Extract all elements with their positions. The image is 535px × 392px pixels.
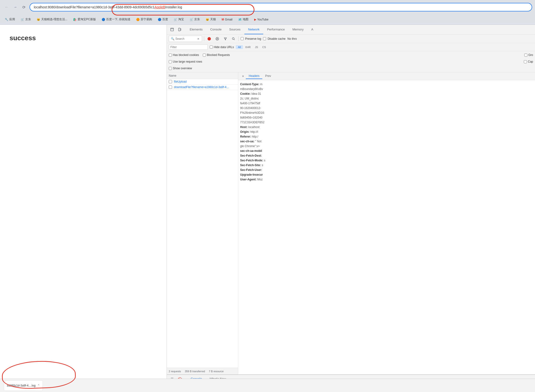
type-xhr-button[interactable]: XHR xyxy=(243,45,253,49)
tab-network[interactable]: Network xyxy=(244,25,263,34)
options-row-2: Use large request rows Cap xyxy=(169,58,533,65)
type-js-button[interactable]: JS xyxy=(253,45,260,49)
record-button[interactable] xyxy=(206,36,212,42)
headers-panel-close-button[interactable]: × xyxy=(240,73,246,79)
bookmark-maps-label: 地图 xyxy=(243,17,248,21)
search-network-button[interactable] xyxy=(230,36,237,42)
disable-cache-checkbox[interactable] xyxy=(263,37,266,40)
use-large-rows-checkbox[interactable] xyxy=(169,60,172,63)
show-overview-checkbox[interactable] xyxy=(169,67,172,70)
bookmark-gmail[interactable]: MGmail xyxy=(220,17,234,22)
devtools-tabs: Elements Console Sources Network Perform… xyxy=(167,25,535,34)
bookmark-baidu2[interactable]: 🔵百度 xyxy=(156,16,170,22)
record-circle-icon xyxy=(208,37,211,40)
download-chevron-icon[interactable]: ⌃ xyxy=(37,384,40,387)
header-row-user-agent: User-Agent: Moz xyxy=(240,177,533,182)
has-blocked-cookies-checkbox[interactable] xyxy=(169,54,172,57)
type-all-button[interactable]: All xyxy=(236,45,243,49)
hide-data-urls-checkbox[interactable] xyxy=(210,45,213,49)
devtools-panel: Elements Console Sources Network Perform… xyxy=(167,25,535,392)
back-button[interactable]: ← xyxy=(3,3,10,11)
cap-checkbox[interactable] xyxy=(524,60,527,63)
filter-button[interactable] xyxy=(222,36,228,42)
type-css-button[interactable]: CS xyxy=(260,45,268,49)
header-row-sec-fetch-user: Sec-Fetch-User: xyxy=(240,168,533,172)
bookmark-baidu1[interactable]: 🔵百度一下, 你就知道 xyxy=(100,16,133,22)
bookmarks-bar: 🔧应用 🛒京东 🐱天猫精选-理想生活... 🛍️爱淘宝PC新版 🔵百度一下, 你… xyxy=(0,14,535,25)
download-bar: a1980c1d-3a9f-4....log ⌃ xyxy=(0,379,535,392)
bookmark-jd2[interactable]: 🛒京东 xyxy=(188,16,202,22)
bookmark-taobao-label: 爱淘宝PC新版 xyxy=(78,17,96,21)
bookmark-tmall[interactable]: 🐱天猫精选-理想生活... xyxy=(35,16,69,22)
bookmark-apps[interactable]: 🔧应用 xyxy=(3,16,17,22)
header-row-boundary: mBoundary6KxBv xyxy=(240,87,533,91)
tab-more[interactable]: A xyxy=(307,25,317,34)
nav-arrows: ← → ⟳ xyxy=(3,3,28,11)
bookmark-tmall2[interactable]: 🐱天猫 xyxy=(204,16,218,22)
bookmark-taobao[interactable]: 🛍️爱淘宝PC新版 xyxy=(71,16,98,22)
header-row-cookie-6: 8d69456=162040 xyxy=(240,115,533,120)
request-row-download[interactable]: downloadFile?filename=a1980c1d-3a9f-4... xyxy=(167,84,238,90)
header-row-cookie-5: F%26ntime%3D16: xyxy=(240,111,533,115)
headers-tab-headers[interactable]: Headers xyxy=(246,73,262,79)
forward-button[interactable]: → xyxy=(11,3,19,11)
tab-console[interactable]: Console xyxy=(206,25,225,34)
bookmark-youtube[interactable]: ▶YouTube xyxy=(252,17,270,22)
bookmark-suning[interactable]: 🟠苏宁易购 xyxy=(134,16,154,22)
network-toolbar: 🔍 × Preserve log xyxy=(167,35,535,43)
header-row-sec-fetch-mode: Sec-Fetch-Mode: s xyxy=(240,158,533,163)
address-bar[interactable]: localhost:8080/downloadFile?filename=a19… xyxy=(30,3,532,11)
blocked-requests-option[interactable]: Blocked Requests xyxy=(203,53,230,57)
preserve-log-label[interactable]: Preserve log xyxy=(241,37,261,40)
tab-memory[interactable]: Memory xyxy=(289,25,307,34)
header-row-cookie-2: 2c; UM_distinc xyxy=(240,96,533,101)
url-text: localhost:8080/downloadFile?filename=a19… xyxy=(34,5,182,9)
cap-option[interactable]: Cap xyxy=(524,60,533,63)
headers-tab-prev[interactable]: Prev xyxy=(262,73,274,79)
header-row-sec-fetch-dest: Sec-Fetch-Dest: xyxy=(240,154,533,158)
svg-rect-2 xyxy=(180,29,181,30)
tab-performance[interactable]: Performance xyxy=(263,25,288,34)
devtools-tab-icons xyxy=(169,26,183,33)
preserve-log-checkbox[interactable] xyxy=(241,37,244,40)
blocked-requests-checkbox[interactable] xyxy=(203,54,206,57)
search-icon: 🔍 xyxy=(171,37,174,40)
page-success-text: success xyxy=(10,34,36,42)
use-large-rows-option[interactable]: Use large request rows xyxy=(169,60,202,63)
tab-sources[interactable]: Sources xyxy=(225,25,244,34)
no-throttle-label: No thro xyxy=(287,37,297,40)
disable-cache-label[interactable]: Disable cache xyxy=(263,37,285,40)
requests-header: Name xyxy=(167,72,238,79)
has-blocked-cookies-option[interactable]: Has blocked cookies xyxy=(169,53,199,57)
request-upload-name: fileUpload xyxy=(174,80,236,83)
svg-rect-0 xyxy=(171,28,173,31)
request-download-checkbox[interactable] xyxy=(169,85,172,89)
gro-option[interactable]: Gro xyxy=(524,53,533,57)
network-body: Name fileUpload downloadFile?filename=a1… xyxy=(167,72,535,374)
search-close-button[interactable]: × xyxy=(197,36,200,41)
bookmark-jd1[interactable]: 🛒京东 xyxy=(19,16,33,22)
headers-panel-header: × Headers Prev xyxy=(238,72,535,80)
header-row-cookie: Cookie: Idea-31 xyxy=(240,92,533,96)
header-row-sec-ch-ua-mobile: sec-ch-ua-mobil xyxy=(240,149,533,153)
header-row-cookie-7: 771C33A3DEFB52 xyxy=(240,120,533,124)
gro-checkbox[interactable] xyxy=(524,54,527,57)
header-row-sec-fetch-site: Sec-Fetch-Site: s xyxy=(240,163,533,167)
request-upload-checkbox[interactable] xyxy=(169,80,172,83)
bookmark-taobao2[interactable]: 🛒淘宝 xyxy=(172,16,186,22)
clear-requests-button[interactable] xyxy=(214,36,220,42)
hide-data-urls-label[interactable]: Hide data URLs xyxy=(210,45,234,49)
inspect-element-button[interactable] xyxy=(169,26,175,33)
tab-elements[interactable]: Elements xyxy=(186,25,206,34)
network-status-bar: 2 requests 359 B transferred 7 B resourc… xyxy=(167,368,238,374)
header-row-host: Host: localhost xyxy=(240,125,533,129)
show-overview-option[interactable]: Show overview xyxy=(169,67,192,70)
transferred-size: 359 B transferred xyxy=(185,370,205,373)
filter-input[interactable] xyxy=(169,45,208,50)
device-toggle-button[interactable] xyxy=(176,26,183,33)
header-content: Content-Type: m mBoundary6KxBv Cookie: I… xyxy=(238,80,535,184)
reload-button[interactable]: ⟳ xyxy=(20,3,28,11)
bookmark-maps[interactable]: 🗺️地图 xyxy=(236,16,250,22)
search-input[interactable] xyxy=(175,37,196,40)
request-row-upload[interactable]: fileUpload xyxy=(167,79,238,84)
